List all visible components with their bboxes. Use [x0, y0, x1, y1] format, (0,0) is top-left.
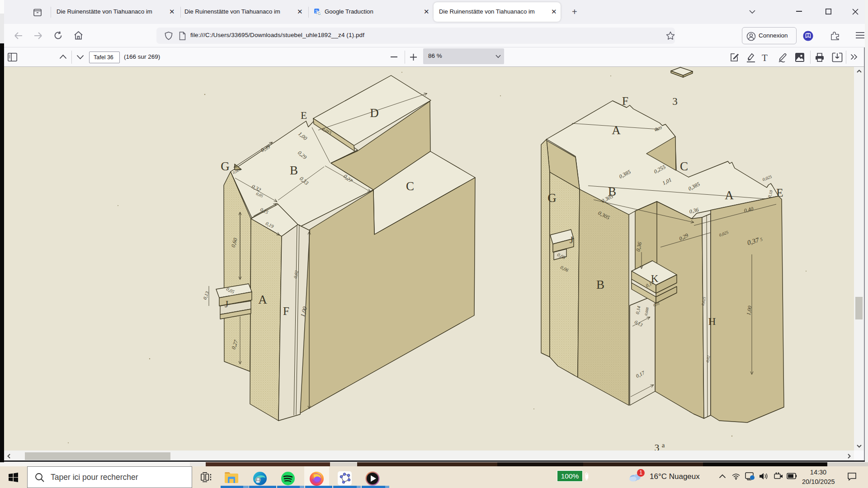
svg-text:J: J	[570, 235, 573, 245]
svg-text:a: a	[662, 441, 665, 449]
svg-text:B: B	[290, 164, 298, 177]
svg-text:B: B	[596, 278, 604, 291]
svg-text:A: A	[612, 123, 621, 137]
svg-text:G: G	[317, 11, 321, 16]
svg-text:F: F	[283, 305, 289, 317]
svg-text:F: F	[622, 95, 628, 107]
svg-text:D: D	[370, 106, 379, 120]
svg-text:3: 3	[672, 96, 678, 107]
svg-text:C: C	[406, 179, 414, 193]
svg-text:J: J	[225, 299, 228, 310]
svg-text:A: A	[258, 293, 267, 306]
svg-text:G: G	[221, 160, 230, 173]
svg-text:E: E	[301, 110, 307, 121]
svg-text:E: E	[776, 187, 783, 199]
svg-text:G: G	[547, 191, 557, 205]
svg-text:H: H	[708, 316, 716, 327]
svg-text:C: C	[680, 160, 688, 173]
svg-text:A: A	[725, 188, 734, 202]
